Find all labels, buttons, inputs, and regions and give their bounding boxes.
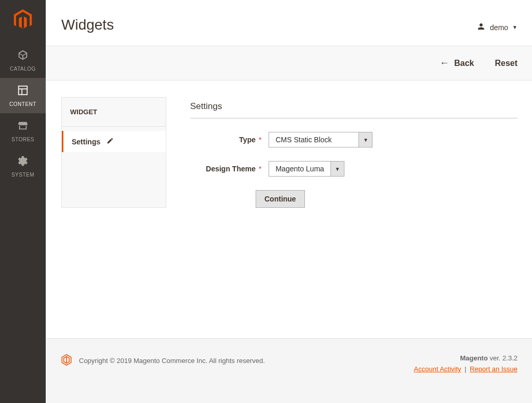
sidebar-item-content[interactable]: CONTENT <box>0 78 46 113</box>
gear-icon <box>17 155 29 170</box>
footer-brand: Magento <box>460 354 487 362</box>
form-area: Settings Type * CMS Static Block ▼ Desig… <box>190 97 517 208</box>
layout-icon <box>17 85 29 99</box>
sidebar: CATALOG CONTENT STORES SYSTEM <box>0 0 46 403</box>
required-mark: * <box>259 136 261 144</box>
section-title: Settings <box>190 101 517 118</box>
page-title: Widgets <box>61 17 114 33</box>
sidebar-item-system[interactable]: SYSTEM <box>0 149 46 184</box>
sidebar-item-label: CONTENT <box>9 101 36 107</box>
continue-button[interactable]: Continue <box>256 190 305 208</box>
chevron-down-icon: ▼ <box>331 161 344 177</box>
type-label: Type <box>190 136 256 144</box>
user-menu[interactable]: demo ▼ <box>476 22 517 33</box>
footer-version-prefix: ver. <box>488 354 502 362</box>
theme-label: Design Theme <box>190 165 256 173</box>
widget-panel: WIDGET Settings <box>61 97 166 208</box>
type-value: CMS Static Block <box>269 132 359 147</box>
required-mark: * <box>259 165 261 173</box>
svg-rect-0 <box>19 86 28 95</box>
form-row-type: Type * CMS Static Block ▼ <box>190 132 517 147</box>
panel-item-settings[interactable]: Settings <box>62 131 166 152</box>
account-activity-link[interactable]: Account Activity <box>414 365 461 373</box>
type-select[interactable]: CMS Static Block ▼ <box>269 132 373 147</box>
actions-bar: ← Back Reset <box>46 46 532 80</box>
user-icon <box>476 22 486 33</box>
magento-logo-icon <box>61 354 72 367</box>
magento-logo-icon <box>14 9 32 30</box>
chevron-down-icon: ▼ <box>359 132 373 147</box>
store-icon <box>17 120 29 135</box>
form-row-theme: Design Theme * Magento Luma ▼ <box>190 161 517 177</box>
footer: Copyright © 2019 Magento Commerce Inc. A… <box>46 338 532 403</box>
reset-button[interactable]: Reset <box>495 59 517 68</box>
report-issue-link[interactable]: Report an Issue <box>470 365 517 373</box>
footer-copyright: Copyright © 2019 Magento Commerce Inc. A… <box>79 357 265 365</box>
theme-select[interactable]: Magento Luma ▼ <box>269 161 344 177</box>
theme-value: Magento Luma <box>269 161 330 177</box>
footer-version: 2.3.2 <box>502 354 517 362</box>
header: Widgets demo ▼ <box>46 0 532 46</box>
arrow-left-icon: ← <box>440 58 449 69</box>
back-label: Back <box>454 59 474 68</box>
sidebar-item-label: STORES <box>11 137 34 142</box>
sidebar-item-label: SYSTEM <box>11 172 34 178</box>
pencil-icon <box>107 137 114 146</box>
footer-right: Magento ver. 2.3.2 Account Activity | Re… <box>414 354 517 373</box>
sidebar-item-catalog[interactable]: CATALOG <box>0 43 46 78</box>
cube-icon <box>17 49 29 64</box>
sidebar-item-stores[interactable]: STORES <box>0 113 46 149</box>
panel-item-label: Settings <box>72 138 100 146</box>
footer-left: Copyright © 2019 Magento Commerce Inc. A… <box>61 354 265 367</box>
content-area: WIDGET Settings Settings Type * CMS Stat… <box>46 80 532 208</box>
user-name: demo <box>490 23 508 32</box>
magento-logo[interactable] <box>0 0 46 43</box>
panel-header: WIDGET <box>62 98 166 127</box>
footer-separator: | <box>464 365 466 373</box>
sidebar-item-label: CATALOG <box>10 66 36 72</box>
chevron-down-icon: ▼ <box>512 24 517 30</box>
back-button[interactable]: ← Back <box>440 58 474 69</box>
